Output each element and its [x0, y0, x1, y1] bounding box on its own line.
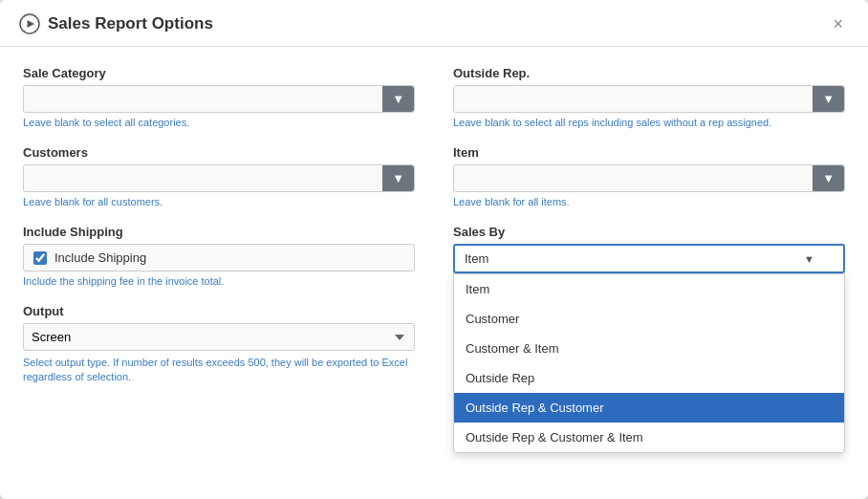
outside-rep-label: Outside Rep.	[453, 66, 845, 80]
sales-report-modal: Sales Report Options × Sale Category ▼ L…	[0, 0, 868, 499]
sales-by-option-customer[interactable]: Customer	[454, 304, 844, 334]
sales-by-dropdown-menu: Item Customer Customer & Item Outside Re…	[453, 273, 845, 453]
play-icon	[19, 13, 40, 34]
sales-by-selected-value: Item	[465, 251, 488, 266]
item-dropdown-btn[interactable]: ▼	[813, 165, 844, 191]
include-shipping-label: Include Shipping	[23, 225, 415, 239]
outside-rep-helper: Leave blank to select all reps including…	[453, 117, 845, 128]
item-input[interactable]	[454, 165, 813, 191]
sale-category-input[interactable]	[24, 86, 382, 112]
modal-title-area: Sales Report Options	[19, 13, 213, 34]
customers-input[interactable]	[24, 165, 382, 191]
sales-by-arrow-icon: ▼	[804, 253, 814, 265]
sale-category-dropdown-icon: ▼	[392, 92, 404, 106]
output-note: Select output type. If number of results…	[23, 356, 415, 385]
modal-body: Sale Category ▼ Leave blank to select al…	[0, 47, 868, 422]
customers-group: Customers ▼ Leave blank for all customer…	[23, 145, 415, 207]
item-label: Item	[453, 145, 845, 160]
customers-input-wrapper: ▼	[23, 164, 415, 192]
sales-by-option-outside-rep[interactable]: Outside Rep	[454, 363, 844, 393]
sale-category-dropdown-btn[interactable]: ▼	[382, 86, 414, 112]
sales-by-group: Sales By Item ▼ Item Customer Customer &…	[453, 225, 845, 273]
customers-label: Customers	[23, 145, 415, 160]
output-label: Output	[23, 304, 415, 318]
include-shipping-helper: Include the shipping fee in the invoice …	[23, 275, 415, 287]
right-column: Outside Rep. ▼ Leave blank to select all…	[453, 66, 845, 402]
outside-rep-dropdown-btn[interactable]: ▼	[813, 86, 844, 112]
close-button[interactable]: ×	[827, 13, 849, 34]
outside-rep-group: Outside Rep. ▼ Leave blank to select all…	[453, 66, 845, 128]
sale-category-helper: Leave blank to select all categories.	[23, 117, 415, 128]
sales-by-display[interactable]: Item ▼	[453, 244, 845, 273]
item-dropdown-icon: ▼	[822, 171, 835, 185]
customers-dropdown-btn[interactable]: ▼	[382, 165, 414, 191]
item-input-wrapper: ▼	[453, 164, 845, 192]
modal-header: Sales Report Options ×	[0, 0, 868, 47]
sales-by-option-item[interactable]: Item	[454, 274, 844, 304]
include-shipping-group: Include Shipping Include Shipping Includ…	[23, 225, 415, 287]
left-column: Sale Category ▼ Leave blank to select al…	[23, 66, 415, 402]
sales-by-option-outside-rep-customer-item[interactable]: Outside Rep & Customer & Item	[454, 423, 844, 452]
output-select[interactable]: Screen Excel PDF	[23, 323, 415, 351]
outside-rep-input-wrapper: ▼	[453, 85, 845, 113]
include-shipping-checkbox-label: Include Shipping	[54, 250, 146, 265]
modal-title: Sales Report Options	[48, 14, 213, 33]
customers-dropdown-icon: ▼	[392, 171, 404, 185]
svg-marker-1	[28, 20, 35, 28]
sale-category-group: Sale Category ▼ Leave blank to select al…	[23, 66, 415, 128]
output-group: Output Screen Excel PDF Select output ty…	[23, 304, 415, 385]
sale-category-label: Sale Category	[23, 66, 415, 80]
outside-rep-dropdown-icon: ▼	[822, 92, 835, 106]
include-shipping-checkbox[interactable]	[33, 251, 47, 265]
item-group: Item ▼ Leave blank for all items.	[453, 145, 845, 207]
outside-rep-input[interactable]	[454, 86, 813, 112]
sale-category-input-wrapper: ▼	[23, 85, 415, 113]
include-shipping-checkbox-wrapper: Include Shipping	[23, 244, 415, 271]
customers-helper: Leave blank for all customers.	[23, 196, 415, 207]
sales-by-option-outside-rep-customer[interactable]: Outside Rep & Customer	[454, 393, 844, 423]
sales-by-option-customer-item[interactable]: Customer & Item	[454, 334, 844, 363]
item-helper: Leave blank for all items.	[453, 196, 845, 207]
sales-by-label: Sales By	[453, 225, 845, 239]
